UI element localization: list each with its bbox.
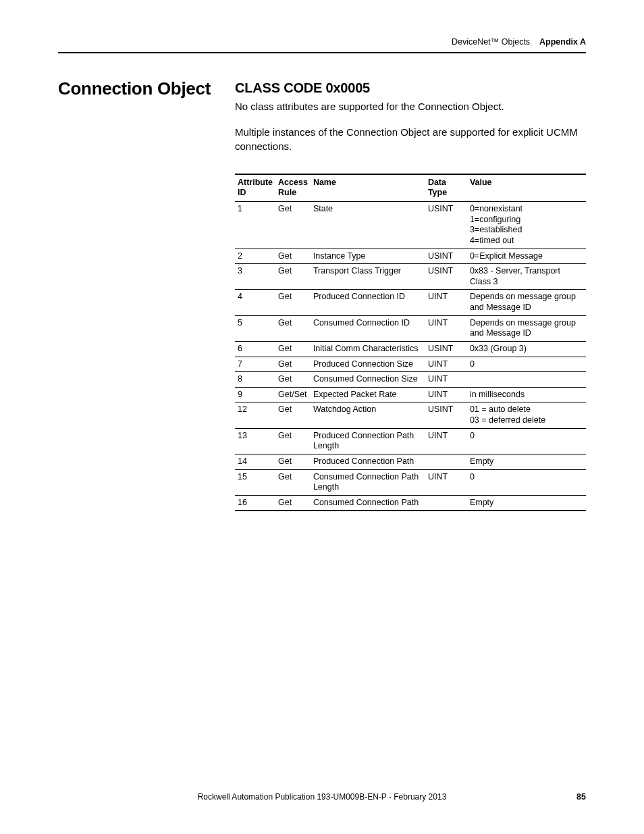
table-row: 4GetProduced Connection IDUINTDepends on… (235, 290, 586, 315)
cell-id: 8 (235, 372, 275, 388)
cell-rule: Get (275, 315, 311, 341)
table-row: 1GetStateUSINT0=nonexistant1=configuring… (235, 202, 586, 249)
table-row: 12GetWatchdog ActionUSINT01 = auto delet… (235, 402, 586, 428)
attributes-table: Attribute ID Access Rule Name Data Type … (235, 174, 586, 512)
table-row: 16GetConsumed Connection PathEmpty (235, 495, 586, 511)
cell-type: UINT (425, 428, 467, 454)
cell-rule: Get (275, 402, 311, 428)
running-header: DeviceNet™ Objects Appendix A (58, 37, 586, 53)
cell-rule: Get (275, 454, 311, 469)
header-left: DeviceNet™ Objects (452, 37, 530, 47)
cell-value: 0 (467, 469, 586, 495)
cell-id: 7 (235, 357, 275, 372)
th-access-rule: Access Rule (275, 174, 311, 202)
cell-name: State (311, 202, 425, 249)
table-row: 8GetConsumed Connection SizeUINT (235, 372, 586, 388)
cell-rule: Get (275, 495, 311, 511)
cell-value: Depends on message group and Message ID (467, 290, 586, 315)
cell-name: Transport Class Trigger (311, 264, 425, 290)
th-attribute-id: Attribute ID (235, 174, 275, 202)
header-right: Appendix A (539, 37, 586, 47)
cell-value: Empty (467, 495, 586, 511)
cell-type: USINT (425, 249, 467, 264)
cell-id: 1 (235, 202, 275, 249)
table-row: 7GetProduced Connection SizeUINT0 (235, 357, 586, 372)
cell-value: 0 (467, 357, 586, 372)
footer-page-number: 85 (576, 792, 586, 802)
cell-value: in milliseconds (467, 387, 586, 402)
cell-id: 14 (235, 454, 275, 469)
page-footer: Rockwell Automation Publication 193-UM00… (0, 792, 644, 802)
cell-name: Instance Type (311, 249, 425, 264)
cell-id: 16 (235, 495, 275, 511)
table-row: 5GetConsumed Connection IDUINTDepends on… (235, 315, 586, 341)
th-name: Name (311, 174, 425, 202)
cell-type: USINT (425, 402, 467, 428)
cell-id: 13 (235, 428, 275, 454)
cell-rule: Get (275, 264, 311, 290)
cell-rule: Get/Set (275, 387, 311, 402)
cell-id: 6 (235, 341, 275, 357)
cell-type: USINT (425, 341, 467, 357)
cell-name: Consumed Connection ID (311, 315, 425, 341)
cell-rule: Get (275, 428, 311, 454)
cell-value: 01 = auto delete03 = deferred delete (467, 402, 586, 428)
cell-name: Expected Packet Rate (311, 387, 425, 402)
cell-name: Produced Connection Path (311, 454, 425, 469)
cell-value (467, 372, 586, 388)
cell-type: UINT (425, 469, 467, 495)
table-row: 15GetConsumed Connection Path LengthUINT… (235, 469, 586, 495)
paragraph-1: No class attributes are supported for th… (235, 100, 586, 113)
cell-rule: Get (275, 202, 311, 249)
cell-name: Produced Connection Size (311, 357, 425, 372)
table-row: 14GetProduced Connection PathEmpty (235, 454, 586, 469)
cell-type (425, 495, 467, 511)
cell-value: 0x33 (Group 3) (467, 341, 586, 357)
table-row: 9Get/SetExpected Packet RateUINTin milli… (235, 387, 586, 402)
cell-name: Consumed Connection Path Length (311, 469, 425, 495)
cell-id: 15 (235, 469, 275, 495)
table-row: 13GetProduced Connection Path LengthUINT… (235, 428, 586, 454)
table-row: 6GetInitial Comm CharacteristicsUSINT0x3… (235, 341, 586, 357)
section-title: Connection Object (58, 79, 235, 99)
cell-type: UINT (425, 357, 467, 372)
cell-value: Empty (467, 454, 586, 469)
cell-name: Produced Connection Path Length (311, 428, 425, 454)
cell-id: 4 (235, 290, 275, 315)
cell-type: UINT (425, 387, 467, 402)
cell-type: USINT (425, 202, 467, 249)
cell-type: USINT (425, 264, 467, 290)
cell-rule: Get (275, 372, 311, 388)
cell-value: 0=Explicit Message (467, 249, 586, 264)
cell-rule: Get (275, 341, 311, 357)
footer-publication: Rockwell Automation Publication 193-UM00… (58, 792, 586, 802)
cell-id: 2 (235, 249, 275, 264)
cell-rule: Get (275, 290, 311, 315)
cell-type: UINT (425, 290, 467, 315)
table-row: 3GetTransport Class TriggerUSINT0x83 - S… (235, 264, 586, 290)
cell-id: 5 (235, 315, 275, 341)
class-code-heading: CLASS CODE 0x0005 (235, 80, 586, 96)
cell-id: 3 (235, 264, 275, 290)
th-value: Value (467, 174, 586, 202)
cell-name: Consumed Connection Path (311, 495, 425, 511)
cell-type: UINT (425, 315, 467, 341)
cell-name: Watchdog Action (311, 402, 425, 428)
cell-id: 12 (235, 402, 275, 428)
cell-name: Consumed Connection Size (311, 372, 425, 388)
cell-value: 0=nonexistant1=configuring3=established4… (467, 202, 586, 249)
cell-type (425, 454, 467, 469)
cell-name: Initial Comm Characteristics (311, 341, 425, 357)
cell-type: UINT (425, 372, 467, 388)
cell-id: 9 (235, 387, 275, 402)
cell-rule: Get (275, 469, 311, 495)
table-row: 2GetInstance TypeUSINT0=Explicit Message (235, 249, 586, 264)
cell-value: Depends on message group and Message ID (467, 315, 586, 341)
table-header-row: Attribute ID Access Rule Name Data Type … (235, 174, 586, 202)
cell-value: 0x83 - Server, Transport Class 3 (467, 264, 586, 290)
cell-rule: Get (275, 357, 311, 372)
paragraph-2: Multiple instances of the Connection Obj… (235, 126, 586, 153)
cell-name: Produced Connection ID (311, 290, 425, 315)
cell-rule: Get (275, 249, 311, 264)
cell-value: 0 (467, 428, 586, 454)
